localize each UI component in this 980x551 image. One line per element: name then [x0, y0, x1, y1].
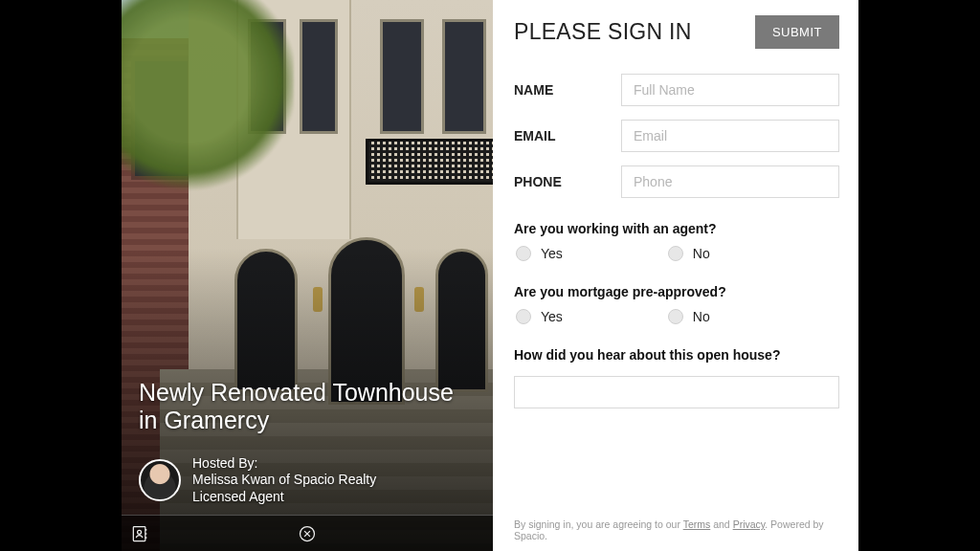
mortgage-yes-option[interactable]: Yes — [516, 309, 563, 324]
hear-input[interactable] — [514, 376, 839, 408]
option-label: No — [693, 246, 710, 261]
question-agent: Are you working with an agent? — [514, 221, 839, 236]
phone-label: PHONE — [514, 174, 621, 189]
svg-point-1 — [138, 530, 142, 534]
terms-link[interactable]: Terms — [683, 518, 711, 530]
email-label: EMAIL — [514, 128, 621, 143]
agent-yes-radio[interactable] — [516, 246, 531, 261]
host-role: Licensed Agent — [192, 489, 376, 506]
host-text: Hosted By: Melissa Kwan of Spacio Realty… — [192, 455, 376, 506]
email-input[interactable] — [621, 120, 839, 152]
mortgage-no-option[interactable]: No — [668, 309, 710, 324]
listing-title: Newly Renovated Townhouse in Gramercy — [139, 379, 476, 434]
mortgage-yes-radio[interactable] — [516, 309, 531, 324]
avatar — [139, 459, 181, 501]
bottom-bar — [122, 515, 493, 551]
privacy-link[interactable]: Privacy — [733, 518, 766, 530]
app-window: Newly Renovated Townhouse in Gramercy Ho… — [122, 0, 858, 551]
signin-panel: PLEASE SIGN IN SUBMIT NAME EMAIL PHONE A… — [493, 0, 858, 551]
phone-input[interactable] — [621, 165, 839, 198]
option-label: Yes — [541, 309, 563, 324]
agent-no-option[interactable]: No — [668, 246, 710, 261]
submit-button[interactable]: SUBMIT — [755, 15, 839, 49]
question-hear: How did you hear about this open house? — [514, 347, 839, 363]
host-block: Hosted By: Melissa Kwan of Spacio Realty… — [139, 455, 376, 506]
name-input[interactable] — [621, 74, 839, 106]
option-label: Yes — [541, 246, 563, 261]
page-title: PLEASE SIGN IN — [514, 19, 692, 45]
agent-no-radio[interactable] — [668, 246, 683, 261]
footer-text: By signing in, you are agreeing to our T… — [514, 518, 839, 541]
close-icon[interactable] — [289, 516, 325, 552]
contacts-icon[interactable] — [122, 516, 158, 552]
agent-yes-option[interactable]: Yes — [516, 246, 563, 261]
option-label: No — [693, 309, 710, 324]
listing-panel: Newly Renovated Townhouse in Gramercy Ho… — [122, 0, 493, 551]
name-label: NAME — [514, 82, 621, 98]
hosted-by-label: Hosted By: — [192, 455, 376, 473]
mortgage-no-radio[interactable] — [668, 309, 683, 324]
question-mortgage: Are you mortgage pre-approved? — [514, 284, 839, 299]
host-name: Melissa Kwan of Spacio Realty — [192, 472, 376, 489]
